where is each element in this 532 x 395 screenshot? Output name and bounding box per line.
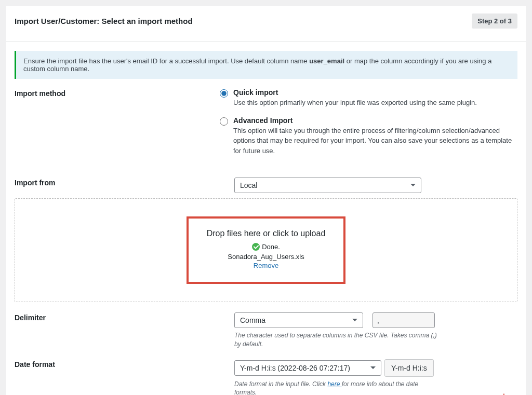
radio-quick-input[interactable] — [220, 89, 228, 98]
date-format-select[interactable]: Y-m-d H:i:s (2022-08-26 07:27:17) — [234, 360, 381, 376]
date-format-example: Y-m-d H:i:s — [384, 359, 434, 377]
import-from-select[interactable]: Local — [234, 178, 421, 193]
check-icon — [252, 243, 260, 251]
dropzone-status: Done. — [252, 243, 280, 251]
label-delimiter: Delimiter — [15, 312, 220, 349]
radio-advanced-input[interactable] — [220, 117, 228, 126]
dropzone-title: Drop files here or click to upload — [196, 229, 336, 238]
notice-prefix: Ensure the import file has the user's em… — [23, 57, 309, 65]
label-import-method: Import method — [15, 88, 220, 164]
card-header: Import User/Customer: Select an import m… — [15, 13, 517, 36]
label-import-from: Import from — [15, 178, 220, 193]
label-date-format: Date format — [15, 359, 220, 395]
dropzone-area[interactable]: Drop files here or click to upload Done.… — [15, 198, 517, 302]
divider — [6, 41, 526, 42]
date-help-prefix: Date format in the input file. Click — [234, 380, 327, 388]
row-date-format: Date format Y-m-d H:i:s (2022-08-26 07:2… — [15, 359, 517, 395]
dropzone-remove-link[interactable]: Remove — [254, 262, 278, 269]
step-badge: Step 2 of 3 — [472, 13, 517, 29]
dropzone-status-text: Done. — [262, 243, 280, 251]
page-title: Import User/Customer: Select an import m… — [15, 17, 193, 25]
delimiter-value-input[interactable] — [373, 312, 435, 328]
radio-quick-desc: Use this option primarily when your inpu… — [233, 98, 477, 108]
info-notice: Ensure the import file has the user's em… — [15, 51, 517, 79]
radio-quick-title: Quick import — [233, 88, 477, 97]
row-import-from: Import from Local — [15, 178, 517, 193]
delimiter-help: The character used to separate columns i… — [234, 331, 442, 349]
date-format-help: Date format in the input file. Click her… — [234, 380, 442, 395]
radio-advanced-import[interactable]: Advanced Import This option will take yo… — [220, 116, 517, 156]
radio-advanced-title: Advanced Import — [233, 116, 517, 125]
dropzone-highlight: Drop files here or click to upload Done.… — [187, 216, 345, 284]
date-help-link[interactable]: here — [327, 380, 341, 388]
radio-advanced-desc: This option will take you through the en… — [233, 126, 517, 156]
row-delimiter: Delimiter Comma The character used to se… — [15, 312, 517, 349]
row-import-method: Import method Quick import Use this opti… — [15, 88, 517, 164]
radio-quick-import[interactable]: Quick import Use this option primarily w… — [220, 88, 517, 108]
dropzone-filename: Sonadora_Aug_Users.xls — [196, 253, 336, 261]
delimiter-select[interactable]: Comma — [234, 312, 363, 328]
notice-bold: user_email — [309, 57, 344, 65]
